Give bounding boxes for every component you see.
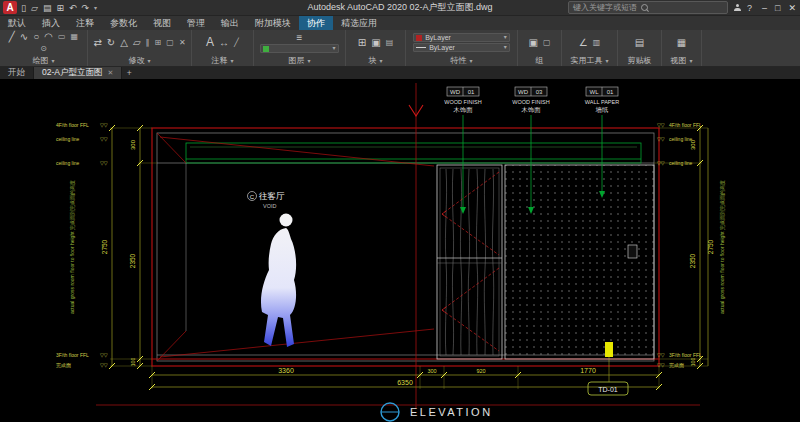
panel-label-view[interactable]: 视图▾ bbox=[662, 55, 701, 66]
detail-badge: TD-01 bbox=[588, 382, 628, 395]
door-swing-marks bbox=[442, 172, 499, 351]
svg-text:木饰面: 木饰面 bbox=[453, 106, 473, 113]
panel-label-block[interactable]: 块▾ bbox=[346, 55, 405, 66]
perspective-lines bbox=[157, 133, 434, 361]
quick-select-icon[interactable]: ▥ bbox=[593, 37, 601, 48]
tab-view[interactable]: 视图 bbox=[145, 16, 179, 30]
minimize-icon[interactable]: – bbox=[762, 3, 767, 13]
redo-icon[interactable]: ↷ bbox=[81, 3, 89, 13]
erase-tool-icon[interactable]: ✕ bbox=[179, 37, 186, 48]
svg-text:▽▽: ▽▽ bbox=[657, 362, 665, 368]
side-note-right: actual gross room floor to floor height … bbox=[719, 180, 726, 314]
panel-label-properties[interactable]: 特性▾ bbox=[406, 55, 517, 66]
panel-caret-icon: ▾ bbox=[51, 57, 54, 64]
tab-featured-apps[interactable]: 精选应用 bbox=[333, 16, 385, 30]
array-tool-icon[interactable]: ⊞ bbox=[155, 37, 162, 48]
text-tool-icon[interactable]: A bbox=[206, 37, 214, 48]
insert-block-icon[interactable]: ⊞ bbox=[358, 37, 366, 48]
circle-tool-icon[interactable]: ○ bbox=[33, 31, 39, 42]
svg-text:01: 01 bbox=[468, 89, 475, 95]
object-color-dropdown[interactable]: ByLayer ▾ bbox=[413, 33, 510, 42]
tab-start[interactable]: 开始 bbox=[0, 67, 34, 79]
side-note-left: actual gross room floor to floor height … bbox=[69, 180, 76, 314]
panel-caret-icon: ▾ bbox=[230, 57, 233, 64]
help-icon[interactable]: ? bbox=[747, 3, 752, 13]
tab-parametric[interactable]: 参数化 bbox=[102, 16, 145, 30]
svg-text:▽▽: ▽▽ bbox=[657, 160, 665, 166]
maximize-icon[interactable]: □ bbox=[775, 3, 780, 13]
svg-text:墙纸: 墙纸 bbox=[595, 106, 610, 114]
svg-text:4F/th floor FFL: 4F/th floor FFL bbox=[56, 122, 89, 128]
search-input[interactable]: 键入关键字或短语 bbox=[568, 1, 728, 14]
panel-label-modify[interactable]: 修改▾ bbox=[88, 55, 191, 66]
view-tool-icon[interactable]: ▦ bbox=[677, 37, 686, 48]
svg-text:300: 300 bbox=[427, 368, 436, 374]
search-icon[interactable] bbox=[641, 4, 648, 11]
svg-text:完成面: 完成面 bbox=[56, 362, 71, 369]
svg-text:▽▽: ▽▽ bbox=[100, 122, 108, 128]
linetype-dropdown[interactable]: ByLayer ▾ bbox=[413, 43, 510, 52]
layer-dropdown[interactable]: ▾ bbox=[260, 44, 338, 53]
ribbon-tab-bar: 默认 插入 注释 参数化 视图 管理 输出 附加模块 协作 精选应用 bbox=[0, 16, 800, 30]
tab-collaborate[interactable]: 协作 bbox=[299, 16, 333, 30]
autocad-logo[interactable]: A bbox=[3, 1, 17, 14]
tab-annotate[interactable]: 注释 bbox=[68, 16, 102, 30]
tab-manage[interactable]: 管理 bbox=[179, 16, 213, 30]
ellipse-tool-icon[interactable]: ⊙ bbox=[40, 43, 47, 54]
undo-icon[interactable]: ↶ bbox=[69, 3, 77, 13]
rotate-tool-icon[interactable]: ↻ bbox=[107, 37, 115, 48]
wood-grain-texture bbox=[445, 169, 493, 355]
tab-home[interactable]: 默认 bbox=[0, 16, 34, 30]
panel-label-annotation[interactable]: 注释▾ bbox=[192, 55, 253, 66]
center-line bbox=[409, 83, 423, 409]
layer-color-swatch bbox=[263, 46, 269, 52]
panel-label-layers[interactable]: 图层▾ bbox=[254, 55, 345, 66]
svg-text:木饰面: 木饰面 bbox=[521, 106, 541, 113]
dimension-tool-icon[interactable]: ↔ bbox=[219, 37, 229, 48]
plot-icon[interactable]: ⊞ bbox=[56, 3, 64, 13]
create-block-icon[interactable]: ▣ bbox=[371, 37, 380, 48]
signin-account-icon[interactable] bbox=[734, 4, 741, 11]
hatch-tool-icon[interactable]: ▦ bbox=[71, 31, 79, 42]
close-tab-icon[interactable]: ✕ bbox=[107, 69, 113, 77]
panel-label-clipboard[interactable]: 剪贴板 bbox=[618, 55, 661, 66]
svg-text:WL: WL bbox=[590, 89, 600, 95]
edit-block-icon[interactable]: ▤ bbox=[386, 37, 394, 48]
panel-label-groups[interactable]: 组 bbox=[518, 55, 561, 66]
measure-tool-icon[interactable]: ∠ bbox=[579, 37, 588, 48]
light-fixture bbox=[605, 342, 613, 357]
leader-tool-icon[interactable]: ╱ bbox=[234, 37, 239, 48]
svg-text:1770: 1770 bbox=[580, 367, 596, 374]
save-icon[interactable]: ▤ bbox=[43, 3, 52, 13]
polyline-tool-icon[interactable]: ∿ bbox=[20, 31, 28, 42]
mirror-tool-icon[interactable]: ▱ bbox=[133, 37, 141, 48]
close-icon[interactable]: ✕ bbox=[788, 3, 796, 13]
quick-access-caret-icon[interactable]: ▾ bbox=[94, 4, 97, 11]
trim-tool-icon[interactable]: △ bbox=[120, 37, 128, 48]
open-file-icon[interactable]: ▱ bbox=[31, 3, 38, 13]
arc-tool-icon[interactable]: ◠ bbox=[44, 31, 53, 42]
quick-access-toolbar: ▯ ▱ ▤ ⊞ ↶ ↷ ▾ bbox=[21, 3, 97, 13]
panel-annotation: A ↔ ╱ 注释▾ bbox=[192, 30, 254, 66]
new-drawing-tab-icon[interactable]: + bbox=[122, 67, 136, 79]
scale-tool-icon[interactable]: ▢ bbox=[166, 37, 174, 48]
panel-label-draw[interactable]: 绘图▾ bbox=[0, 55, 87, 66]
group-tool-icon[interactable]: ▣ bbox=[528, 37, 537, 48]
wall-socket bbox=[628, 245, 637, 258]
tab-current-drawing[interactable]: 02-A户型立面图 ✕ bbox=[34, 67, 122, 79]
tab-addins[interactable]: 附加模块 bbox=[247, 16, 299, 30]
panel-label-utilities[interactable]: 实用工具▾ bbox=[562, 55, 617, 66]
drawing-canvas[interactable]: C 往客厅 VOID bbox=[0, 79, 800, 422]
svg-text:TD-01: TD-01 bbox=[598, 386, 618, 393]
new-file-icon[interactable]: ▯ bbox=[21, 3, 26, 13]
layer-properties-icon[interactable]: ≡ bbox=[297, 32, 303, 43]
move-tool-icon[interactable]: ⇄ bbox=[93, 37, 101, 48]
bottom-dimensions: 3360 300 920 1770 6350 bbox=[149, 366, 662, 390]
line-tool-icon[interactable]: ╱ bbox=[9, 31, 15, 42]
paste-tool-icon[interactable]: ▤ bbox=[635, 37, 644, 48]
rectangle-tool-icon[interactable]: ▭ bbox=[58, 31, 66, 42]
tab-output[interactable]: 输出 bbox=[213, 16, 247, 30]
tab-insert[interactable]: 插入 bbox=[34, 16, 68, 30]
ungroup-tool-icon[interactable]: ▢ bbox=[543, 37, 551, 48]
offset-tool-icon[interactable]: ∥ bbox=[146, 37, 150, 48]
